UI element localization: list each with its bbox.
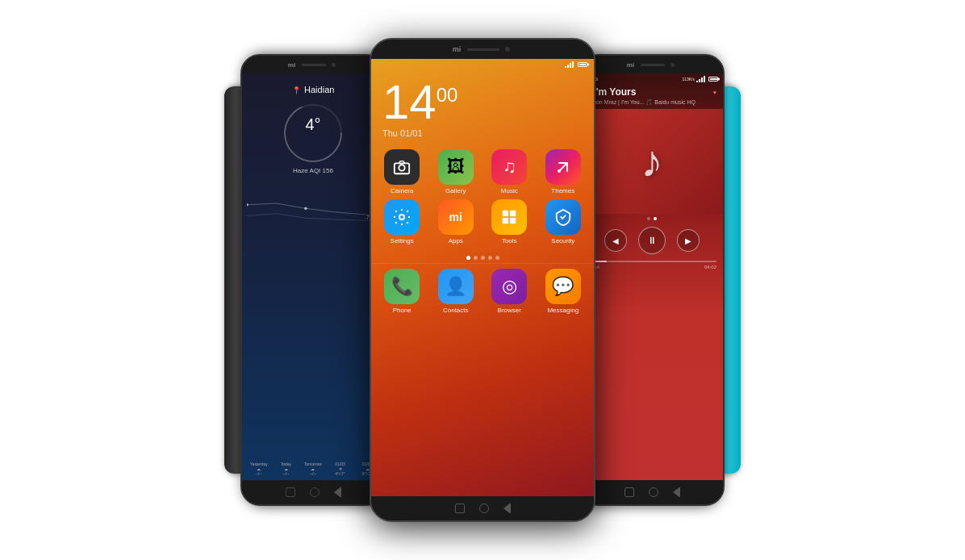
right-phone: mi 14:03 113K/s bbox=[579, 54, 725, 506]
center-nav-back[interactable] bbox=[503, 503, 511, 514]
dock-browser[interactable]: ◎ Browser bbox=[485, 269, 534, 314]
weather-day-2: Tomorrow ☁ --/-- bbox=[299, 462, 327, 476]
weather-day-temp-1: --/-- bbox=[273, 471, 300, 476]
music-favorite-button[interactable]: ♥ bbox=[713, 90, 716, 95]
left-phone: mi 📍 Haidian 4° bbox=[240, 54, 386, 506]
themes-svg bbox=[554, 157, 573, 177]
music-album-art: ♪ bbox=[581, 109, 723, 214]
speaker-left bbox=[302, 64, 326, 66]
center-phone-top-bar: mi bbox=[371, 40, 594, 59]
music-progress-times: 00:14 04:02 bbox=[587, 265, 716, 270]
page-dots bbox=[371, 256, 594, 260]
dock-messaging[interactable]: 💬 Messaging bbox=[539, 269, 588, 314]
signal-icon bbox=[565, 61, 574, 68]
speaker-right bbox=[641, 64, 665, 66]
gallery-label: Gallery bbox=[445, 187, 466, 194]
svg-rect-11 bbox=[510, 211, 516, 216]
app-tools[interactable]: Tools bbox=[485, 199, 534, 244]
app-apps[interactable]: mi Apps bbox=[432, 199, 481, 244]
security-label: Security bbox=[551, 237, 574, 244]
svg-point-8 bbox=[558, 169, 561, 173]
camera-left bbox=[332, 63, 336, 67]
svg-point-6 bbox=[399, 165, 405, 170]
contacts-label: Contacts bbox=[443, 307, 469, 314]
home-clock-date: Thu 01/01 bbox=[382, 128, 583, 138]
clock-superscript: 00 bbox=[437, 84, 458, 106]
music-artist-info: Jason Mraz | I'm You... 🎵 Baidu music HQ bbox=[581, 99, 723, 109]
app-dock: 📞 Phone 👤 Contacts ◎ Browser 💬 Messaging bbox=[371, 263, 594, 319]
mi-logo-left: mi bbox=[288, 61, 295, 69]
music-label: Music bbox=[501, 187, 518, 194]
gallery-icon-img: 🖼 bbox=[438, 149, 474, 185]
mi-logo-center: mi bbox=[453, 45, 462, 53]
music-song-title: I'm Yours bbox=[593, 86, 713, 98]
home-clock: 1400 Thu 01/01 bbox=[371, 70, 594, 141]
svg-point-3 bbox=[247, 203, 249, 207]
right-nav-back[interactable] bbox=[673, 487, 680, 498]
contacts-icon-img: 👤 bbox=[438, 269, 474, 304]
app-security[interactable]: Security bbox=[539, 199, 588, 244]
svg-point-4 bbox=[304, 207, 307, 211]
left-nav-back[interactable] bbox=[334, 487, 341, 498]
dock-phone[interactable]: 📞 Phone bbox=[378, 269, 427, 314]
left-phone-screen: 📍 Haidian 4° Haze AQI 156 bbox=[242, 73, 384, 480]
right-nav-menu[interactable] bbox=[625, 487, 634, 497]
camera-icon-img bbox=[384, 149, 420, 185]
dock-contacts[interactable]: 👤 Contacts bbox=[432, 269, 481, 314]
svg-text:4°: 4° bbox=[305, 115, 320, 133]
weather-description: Haze AQI 156 bbox=[247, 167, 379, 174]
left-phone-bottom-bar bbox=[242, 480, 384, 504]
music-note-icon: ♪ bbox=[641, 136, 663, 187]
home-status-icons bbox=[565, 61, 587, 68]
phone-label: Phone bbox=[393, 307, 411, 314]
mi-logo-right: mi bbox=[627, 61, 634, 69]
home-status-bar bbox=[371, 59, 594, 70]
clock-hours: 14 bbox=[382, 75, 437, 129]
left-phone-top-bar: mi bbox=[242, 56, 384, 73]
weather-location-icon: 📍 bbox=[292, 86, 301, 94]
music-next-button[interactable]: ▶ bbox=[677, 229, 700, 252]
app-music[interactable]: ♫ Music bbox=[485, 149, 534, 194]
music-controls: ◀ ⏸ ▶ bbox=[581, 227, 723, 254]
music-progress-area: 00:14 04:02 bbox=[581, 261, 723, 270]
music-progress-bar bbox=[587, 261, 716, 262]
weather-day-temp-3: 4°/-7° bbox=[327, 471, 354, 476]
messaging-label: Messaging bbox=[547, 307, 579, 314]
center-nav-home[interactable] bbox=[479, 504, 489, 513]
left-nav-menu[interactable] bbox=[286, 487, 295, 497]
weather-days-row: Yesterday ☁ --/-- Today ☁ --/-- Tomorrow… bbox=[242, 462, 384, 476]
weather-day-0: Yesterday ☁ --/-- bbox=[245, 462, 273, 476]
weather-day-temp-0: --/-- bbox=[245, 471, 273, 476]
music-screen: 14:03 113K/s bbox=[581, 73, 723, 480]
right-phone-top-bar: mi bbox=[581, 56, 723, 73]
app-themes[interactable]: Themes bbox=[539, 149, 588, 194]
apps-icon-img: mi bbox=[438, 199, 474, 235]
center-nav-menu[interactable] bbox=[455, 504, 465, 513]
themes-label: Themes bbox=[551, 187, 574, 194]
app-gallery[interactable]: 🖼 Gallery bbox=[432, 149, 481, 194]
settings-svg bbox=[392, 207, 411, 227]
svg-point-9 bbox=[399, 215, 404, 219]
tools-label: Tools bbox=[502, 237, 517, 244]
phone-icon-img: 📞 bbox=[384, 269, 420, 304]
app-grid: Camera 🖼 Gallery ♫ Music bbox=[371, 141, 594, 253]
dot-5 bbox=[495, 256, 499, 260]
music-play-pause-button[interactable]: ⏸ bbox=[638, 227, 666, 254]
app-camera[interactable]: Camera bbox=[378, 149, 427, 194]
right-nav-home[interactable] bbox=[649, 487, 658, 497]
music-prev-button[interactable]: ◀ bbox=[604, 229, 627, 252]
dot-3 bbox=[481, 256, 485, 260]
dot-2 bbox=[474, 256, 478, 260]
weather-chart-area: -7 bbox=[247, 181, 379, 225]
battery-icon bbox=[578, 62, 587, 67]
camera-svg bbox=[393, 158, 411, 176]
music-battery-icon bbox=[708, 77, 718, 81]
left-nav-home[interactable] bbox=[310, 487, 320, 497]
app-settings[interactable]: Settings bbox=[378, 199, 427, 244]
browser-icon-img: ◎ bbox=[491, 269, 527, 304]
camera-right bbox=[670, 63, 675, 67]
svg-text:-7: -7 bbox=[365, 215, 370, 220]
center-phone-screen: 1400 Thu 01/01 bbox=[371, 59, 594, 496]
center-phone: mi bbox=[370, 38, 595, 522]
music-icon-img: ♫ bbox=[491, 149, 527, 185]
